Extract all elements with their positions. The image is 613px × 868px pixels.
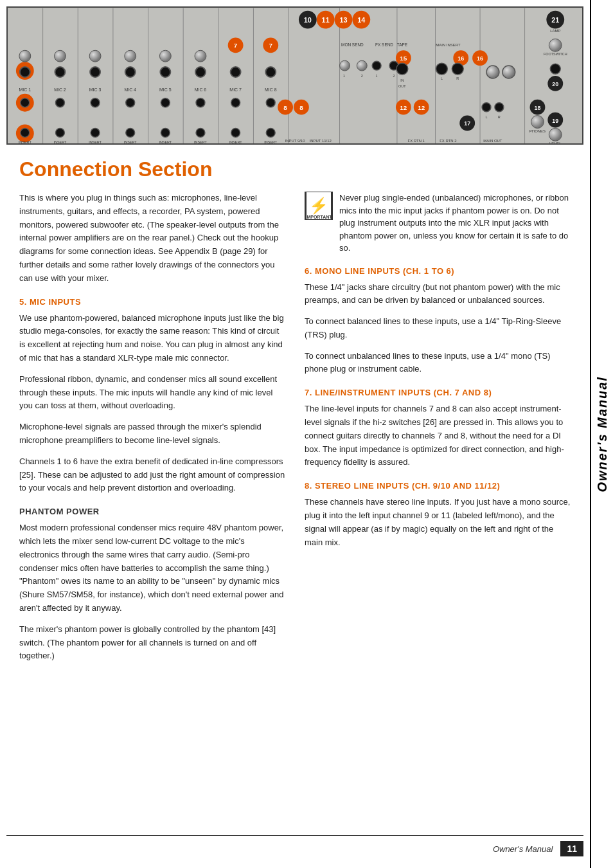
svg-point-127 <box>502 66 515 78</box>
right-column: ⚡ IMPORTANT Never plug single-ended (unb… <box>305 192 571 671</box>
page-number: 11 <box>560 841 583 856</box>
stereo-line-p1: These channels have stereo line inputs. … <box>305 496 571 549</box>
page-footer: Owner's Manual 11 <box>6 835 583 856</box>
svg-text:MAIN INSERT: MAIN INSERT <box>436 43 461 47</box>
main-content: 10 11 13 14 21 5 6 11 MIC 1 MI <box>0 6 590 677</box>
svg-point-70 <box>20 67 30 77</box>
svg-text:INSERT: INSERT <box>264 140 278 144</box>
svg-text:IMPORTANT: IMPORTANT <box>306 215 332 219</box>
svg-point-83 <box>196 98 205 107</box>
sidebar-panel: Owner's Manual <box>590 0 613 868</box>
svg-text:7: 7 <box>269 42 272 49</box>
svg-text:LEVEL: LEVEL <box>549 141 562 145</box>
svg-point-87 <box>56 128 65 137</box>
svg-point-90 <box>161 128 170 137</box>
svg-text:PHONES: PHONES <box>529 129 546 133</box>
svg-text:INSERT: INSERT <box>124 140 138 144</box>
mic-inputs-heading: 5. MIC INPUTS <box>19 297 285 307</box>
svg-point-74 <box>160 67 170 77</box>
svg-point-82 <box>161 98 170 107</box>
svg-text:MIC 3: MIC 3 <box>89 87 102 92</box>
svg-text:1: 1 <box>343 74 345 78</box>
svg-point-67 <box>125 50 136 62</box>
svg-text:MAIN OUT: MAIN OUT <box>483 139 502 143</box>
mixer-svg: 10 11 13 14 21 5 6 11 MIC 1 MI <box>8 8 582 145</box>
footer-label: Owner's Manual <box>493 844 553 854</box>
stereo-line-heading: 8. STEREO LINE INPUTS (Ch. 9/10 and 11/1… <box>305 481 571 491</box>
svg-point-136 <box>482 103 491 112</box>
svg-point-119 <box>436 63 448 75</box>
svg-point-89 <box>126 128 135 137</box>
svg-text:INSERT: INSERT <box>159 140 172 144</box>
svg-text:16: 16 <box>477 55 483 62</box>
svg-text:2: 2 <box>393 74 395 78</box>
phantom-power-p1: Most modern professional condenser mics … <box>19 521 285 615</box>
svg-text:INSERT: INSERT <box>54 140 67 144</box>
svg-text:MIC 6: MIC 6 <box>195 87 207 92</box>
mixer-diagram: 10 11 13 14 21 5 6 11 MIC 1 MI <box>6 6 583 145</box>
svg-text:OUT: OUT <box>398 84 406 88</box>
svg-point-68 <box>159 50 171 62</box>
svg-point-130 <box>550 64 560 74</box>
svg-point-115 <box>396 63 408 75</box>
svg-text:INPUT 11/12: INPUT 11/12 <box>310 139 332 143</box>
svg-text:FX RTN 2: FX RTN 2 <box>440 139 457 143</box>
warning-box: ⚡ IMPORTANT Never plug single-ended (unb… <box>305 192 571 255</box>
svg-text:R: R <box>498 115 501 119</box>
svg-text:13: 13 <box>339 16 347 24</box>
svg-point-80 <box>91 98 100 107</box>
svg-point-93 <box>266 128 275 137</box>
mono-line-heading: 6. MONO LINE INPUTS (Ch. 1 to 6) <box>305 266 571 276</box>
svg-text:7: 7 <box>234 42 238 49</box>
svg-text:INSERT: INSERT <box>194 140 208 144</box>
svg-text:IN: IN <box>400 78 404 82</box>
warning-text: Never plug single-ended (unbalanced) mic… <box>339 192 571 255</box>
svg-point-126 <box>486 66 499 78</box>
svg-point-134 <box>549 128 562 141</box>
svg-text:INSERT: INSERT <box>89 140 102 144</box>
svg-text:8: 8 <box>283 104 287 111</box>
svg-point-85 <box>266 98 275 107</box>
svg-text:16: 16 <box>458 55 464 62</box>
page-title: Connection Section <box>19 158 571 181</box>
mono-line-p1: These 1/4" jacks share circuitry (but no… <box>305 281 571 308</box>
svg-text:11: 11 <box>322 16 330 24</box>
svg-point-105 <box>340 60 350 71</box>
svg-text:MIC 1: MIC 1 <box>19 87 31 92</box>
phantom-power-heading: PHANTOM POWER <box>19 507 285 516</box>
svg-text:14: 14 <box>357 16 365 24</box>
sidebar-label: Owner's Manual <box>595 376 610 493</box>
svg-text:L: L <box>485 115 487 119</box>
svg-point-128 <box>549 39 562 51</box>
svg-point-137 <box>495 103 504 112</box>
svg-text:12: 12 <box>400 104 407 111</box>
svg-point-121 <box>452 63 463 75</box>
svg-point-78 <box>21 98 30 107</box>
svg-point-64 <box>19 50 31 62</box>
svg-point-91 <box>196 128 205 137</box>
svg-text:8: 8 <box>299 104 303 111</box>
mono-line-p3: To connect unbalanced lines to these inp… <box>305 350 571 377</box>
svg-point-81 <box>126 98 135 107</box>
svg-text:INPUT 9/10: INPUT 9/10 <box>285 139 306 143</box>
svg-text:19: 19 <box>552 118 558 124</box>
svg-text:21: 21 <box>551 16 559 24</box>
svg-text:FX SEND: FX SEND <box>375 42 393 47</box>
svg-point-72 <box>90 67 100 77</box>
svg-point-84 <box>231 98 240 107</box>
svg-point-71 <box>55 67 66 77</box>
svg-point-79 <box>56 98 65 107</box>
svg-text:R: R <box>456 77 459 80</box>
svg-text:TAPE: TAPE <box>397 42 408 47</box>
svg-text:10: 10 <box>304 16 312 24</box>
svg-text:20: 20 <box>552 81 558 87</box>
svg-point-66 <box>89 50 101 62</box>
mic-inputs-p3: Microphone-level signals are passed thro… <box>19 420 285 448</box>
svg-point-73 <box>125 67 136 77</box>
svg-point-69 <box>195 50 206 62</box>
svg-point-76 <box>231 67 241 77</box>
svg-point-110 <box>372 61 381 70</box>
svg-point-65 <box>55 50 66 62</box>
mic-inputs-p4: Channels 1 to 6 have the extra benefit o… <box>19 455 285 495</box>
svg-text:1: 1 <box>376 74 378 78</box>
